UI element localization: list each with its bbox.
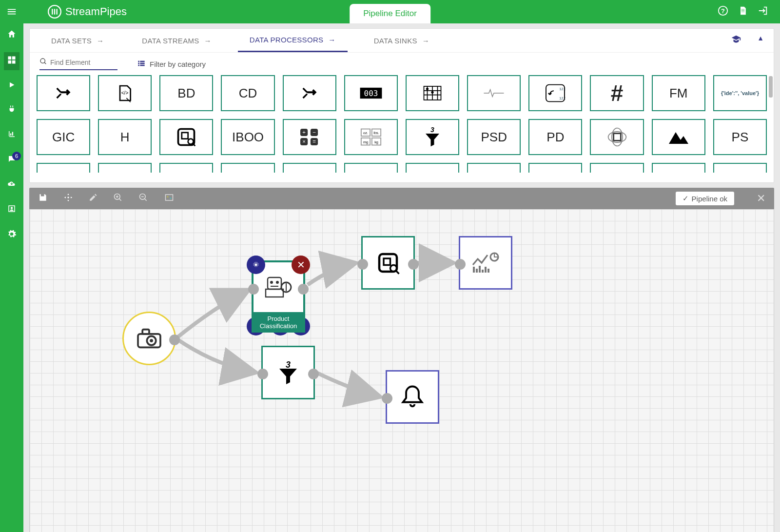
- element-tile[interactable]: +−×=: [283, 119, 336, 155]
- element-tile[interactable]: GIC: [37, 119, 90, 155]
- element-tile[interactable]: {'ide':'', 'value'}: [713, 75, 767, 111]
- element-tile[interactable]: [159, 163, 213, 173]
- element-tile[interactable]: [37, 75, 90, 111]
- input-port[interactable]: [257, 369, 268, 379]
- auto-layout-button[interactable]: [63, 193, 73, 205]
- tab-data-streams[interactable]: DATA STREAMS→: [130, 30, 223, 52]
- tab-data-processors[interactable]: DATA PROCESSORS→: [238, 29, 348, 52]
- element-tile[interactable]: [713, 163, 767, 173]
- svg-rect-11: [140, 60, 144, 62]
- element-tile[interactable]: </>: [98, 75, 152, 111]
- element-tile[interactable]: [406, 163, 459, 173]
- svg-text:12.1: 12.1: [559, 87, 566, 91]
- node-numerical-filter[interactable]: 3: [261, 346, 315, 399]
- play-icon[interactable]: [8, 81, 16, 91]
- tab-data-sets[interactable]: DATA SETS→: [39, 30, 116, 52]
- chart-icon[interactable]: [7, 130, 16, 141]
- canvas-wrap: ✓Pipeline ok ✕ ✕ +: [29, 188, 774, 532]
- element-tile[interactable]: oz.lbs.mgkg: [344, 119, 398, 155]
- svg-rect-72: [485, 267, 487, 273]
- pipeline-canvas[interactable]: ✕ + ? Product Classification 3: [29, 209, 774, 532]
- element-tile[interactable]: [344, 163, 398, 173]
- element-tile[interactable]: [283, 163, 336, 173]
- element-tile[interactable]: [98, 163, 152, 173]
- tab-data-sinks[interactable]: DATA SINKS→: [362, 30, 441, 52]
- element-tile[interactable]: BD: [159, 75, 213, 111]
- element-tile[interactable]: #: [590, 75, 644, 111]
- element-tile[interactable]: PSD: [467, 119, 521, 155]
- element-tile[interactable]: [528, 163, 582, 173]
- contact-icon[interactable]: [7, 204, 16, 216]
- node-notification-sink[interactable]: [386, 370, 439, 424]
- node-dashboard-sink[interactable]: [459, 236, 512, 290]
- message-icon[interactable]: 6: [7, 155, 16, 166]
- element-tile[interactable]: [283, 75, 336, 111]
- element-tile[interactable]: [467, 163, 521, 173]
- element-tile[interactable]: 12.112.1: [528, 75, 582, 111]
- svg-point-9: [40, 59, 45, 63]
- canvas-toolbar: ✓Pipeline ok ✕: [29, 188, 774, 209]
- search-box[interactable]: [39, 58, 117, 70]
- edit-button[interactable]: [89, 193, 98, 204]
- element-tile[interactable]: [159, 119, 213, 155]
- fit-button[interactable]: [164, 193, 175, 204]
- node-product-classification[interactable]: ✕ + ? Product Classification: [252, 260, 305, 314]
- element-tile[interactable]: [467, 75, 521, 111]
- element-tile[interactable]: [652, 163, 705, 173]
- element-tile[interactable]: [406, 75, 459, 111]
- element-tile[interactable]: CD: [221, 75, 274, 111]
- search-input[interactable]: [50, 59, 117, 66]
- output-port[interactable]: [169, 335, 180, 345]
- element-tile[interactable]: [652, 119, 705, 155]
- input-port[interactable]: [357, 259, 368, 270]
- element-tile[interactable]: [37, 163, 90, 173]
- zoom-in-button[interactable]: [113, 193, 123, 205]
- app-name: StreamPipes: [65, 5, 127, 18]
- save-button[interactable]: [38, 193, 48, 205]
- element-tile[interactable]: FM: [652, 75, 705, 111]
- svg-point-21: [431, 91, 433, 94]
- close-button[interactable]: ✕: [757, 192, 765, 205]
- node-camera-source[interactable]: [122, 312, 176, 365]
- zoom-out-button[interactable]: [138, 193, 148, 205]
- help-icon[interactable]: ?: [718, 5, 728, 19]
- element-tile[interactable]: PS: [713, 119, 767, 155]
- element-tile[interactable]: H: [98, 119, 152, 155]
- page-title-tab: Pipeline Editor: [350, 4, 430, 23]
- input-port[interactable]: [455, 259, 466, 270]
- delete-button[interactable]: ✕: [292, 256, 310, 274]
- settings-icon[interactable]: [7, 229, 17, 241]
- element-tile[interactable]: [590, 163, 644, 173]
- input-port[interactable]: [248, 284, 259, 295]
- svg-text:kg: kg: [374, 140, 378, 144]
- svg-rect-73: [488, 269, 489, 273]
- svg-rect-70: [479, 266, 481, 273]
- svg-text:3: 3: [286, 360, 291, 370]
- grid-icon[interactable]: [4, 52, 20, 70]
- element-tile[interactable]: 3: [406, 119, 459, 155]
- document-icon[interactable]: [738, 5, 748, 19]
- element-tile[interactable]: PD: [528, 119, 582, 155]
- plug-icon[interactable]: [7, 105, 16, 116]
- node-image-crop[interactable]: [361, 236, 415, 290]
- education-icon[interactable]: [731, 34, 741, 47]
- output-port[interactable]: [408, 259, 419, 270]
- element-tile[interactable]: [221, 163, 274, 173]
- svg-text:lbs.: lbs.: [373, 131, 379, 136]
- list-icon: [137, 59, 146, 69]
- filter-category[interactable]: Filter by category: [137, 59, 206, 69]
- cloud-icon[interactable]: [7, 179, 17, 191]
- menu-toggle[interactable]: [0, 6, 23, 17]
- logout-icon[interactable]: [758, 5, 768, 19]
- output-port[interactable]: [308, 369, 319, 379]
- home-icon[interactable]: [7, 29, 17, 41]
- chevron-up-icon[interactable]: ▲: [757, 34, 764, 47]
- element-tile[interactable]: IBOO: [221, 119, 274, 155]
- notification-badge: 6: [12, 152, 21, 160]
- element-tile[interactable]: 003: [344, 75, 398, 111]
- scrollbar[interactable]: [769, 76, 773, 98]
- configure-button[interactable]: [247, 256, 265, 274]
- output-port[interactable]: [298, 284, 309, 295]
- input-port[interactable]: [382, 393, 392, 404]
- element-tile[interactable]: [590, 119, 644, 155]
